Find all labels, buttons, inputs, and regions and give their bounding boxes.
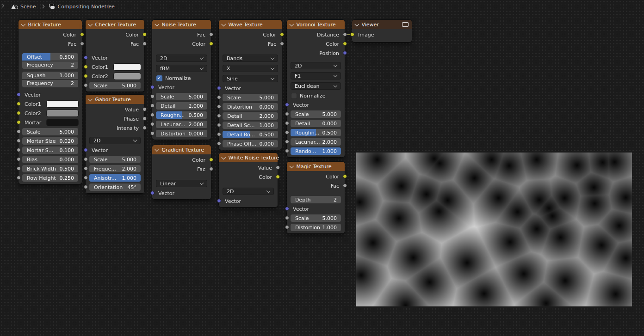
orientation-input-socket[interactable] <box>84 185 88 189</box>
row height-input-socket[interactable] <box>17 176 21 180</box>
anisotr...-input-socket[interactable] <box>84 176 88 180</box>
vector-input-socket[interactable] <box>84 55 88 60</box>
scale-input-socket[interactable] <box>217 95 221 99</box>
2d-dropdown[interactable]: 2D <box>156 55 207 62</box>
detail ro...-input-socket[interactable] <box>217 132 221 136</box>
intensity-output-socket[interactable] <box>142 126 147 130</box>
rando--field[interactable]: Rando...1.000 <box>291 147 341 155</box>
color-output-socket[interactable] <box>343 42 347 46</box>
distortion-input-socket[interactable] <box>150 131 155 135</box>
phase-output-socket[interactable] <box>142 116 147 121</box>
mortar-input-socket[interactable] <box>17 120 21 124</box>
fac-output-socket[interactable] <box>209 167 213 171</box>
collapse-chevron-icon[interactable] <box>155 147 159 151</box>
vector-input-socket[interactable] <box>150 85 155 89</box>
collapse-chevron-icon[interactable] <box>88 22 93 26</box>
node-header-checker-texture[interactable]: Checker Texture <box>86 20 144 29</box>
collapse-chevron-icon[interactable] <box>290 164 294 168</box>
scale-field[interactable]: Scale5.000 <box>223 94 278 101</box>
lacunar--field[interactable]: Lacunar...2.000 <box>156 121 207 128</box>
distortion-field[interactable]: Distortion0.000 <box>156 130 207 137</box>
freque--field[interactable]: Freque...2.000 <box>89 165 141 172</box>
position-output-socket[interactable] <box>343 51 347 55</box>
collapse-chevron-icon[interactable] <box>355 22 359 26</box>
brick-width-field[interactable]: Brick Width0.500 <box>22 165 78 172</box>
color2-color-swatch[interactable] <box>114 73 141 79</box>
2d-dropdown[interactable]: 2D <box>291 62 341 69</box>
orientation-field[interactable]: Orientation45° <box>89 183 141 191</box>
fac-output-socket[interactable] <box>142 42 147 46</box>
node-noise-texture[interactable]: Noise TextureFacColor2DfBM✓NormalizeVect… <box>152 20 211 140</box>
color1-input-socket[interactable] <box>17 102 21 106</box>
roughn--field[interactable]: Roughn...0.500 <box>291 129 341 136</box>
mortar-s--field[interactable]: Mortar S...0.100 <box>22 147 78 154</box>
mortar-size-field[interactable]: Mortar Size0.020 <box>22 137 78 145</box>
brick width-input-socket[interactable] <box>17 166 21 171</box>
fac-output-socket[interactable] <box>280 42 284 46</box>
collapse-chevron-icon[interactable] <box>88 97 93 101</box>
2d-dropdown[interactable]: 2D <box>223 188 274 195</box>
distortion-input-socket[interactable] <box>285 225 289 229</box>
mortar s...-input-socket[interactable] <box>17 148 21 152</box>
sine-dropdown[interactable]: Sine <box>223 75 278 82</box>
row-height-field[interactable]: Row Height0.250 <box>22 174 78 182</box>
freque...-input-socket[interactable] <box>84 166 88 171</box>
scale-field[interactable]: Scale5.000 <box>156 93 207 100</box>
node-header-voronoi-texture[interactable]: Voronoi Texture <box>287 20 345 29</box>
node-header-white-noise-texture[interactable]: White Noise Texture <box>219 153 278 162</box>
node-wave-texture[interactable]: Wave TextureColorFacBandsXSineVectorScal… <box>219 20 282 150</box>
node-checker-texture[interactable]: Checker TextureColorFacVectorColor1Color… <box>86 20 144 92</box>
color1-color-swatch[interactable] <box>47 101 78 107</box>
collapse-chevron-icon[interactable] <box>21 22 25 26</box>
2d-dropdown[interactable]: 2D <box>89 137 141 144</box>
node-voronoi-texture[interactable]: Voronoi TextureDistanceColorPosition2DF1… <box>287 20 345 157</box>
phase-off--field[interactable]: Phase Off...0.000 <box>223 140 278 147</box>
scale-input-socket[interactable] <box>17 129 21 134</box>
normalize-checkbox[interactable] <box>291 93 297 99</box>
detail-field[interactable]: Detail2.000 <box>223 112 278 120</box>
collapse-chevron-icon[interactable] <box>222 22 226 26</box>
detail-ro--field[interactable]: Detail Ro...0.500 <box>223 131 278 138</box>
depth-field[interactable]: Depth2 <box>291 196 341 203</box>
value-output-socket[interactable] <box>276 165 280 170</box>
scale-field[interactable]: Scale5.000 <box>291 110 341 118</box>
node-magic-texture[interactable]: Magic TextureColorFacDepth2VectorScale5.… <box>287 162 345 233</box>
roughn...-input-socket[interactable] <box>285 130 289 134</box>
color-output-socket[interactable] <box>280 32 284 37</box>
detail-input-socket[interactable] <box>217 114 221 118</box>
normalize-checkbox[interactable]: ✓ <box>156 75 162 81</box>
detail-field[interactable]: Detail0.000 <box>291 120 341 127</box>
color1-color-swatch[interactable] <box>114 64 141 70</box>
color-output-socket[interactable] <box>209 42 213 46</box>
node-header-gradient-texture[interactable]: Gradient Texture <box>152 145 211 154</box>
node-header-magic-texture[interactable]: Magic Texture <box>287 162 345 171</box>
scale-input-socket[interactable] <box>84 83 88 87</box>
detail-input-socket[interactable] <box>150 104 155 108</box>
node-header-brick-texture[interactable]: Brick Texture <box>19 20 82 29</box>
value-output-socket[interactable] <box>142 107 147 111</box>
image-input-socket[interactable] <box>350 32 354 37</box>
lacunar--field[interactable]: Lacunar...2.000 <box>291 138 341 146</box>
scale-field[interactable]: Scale5.000 <box>89 82 141 89</box>
node-brick-texture[interactable]: Brick TextureColorFacOffset0.500Frequenc… <box>19 20 82 184</box>
scale-field[interactable]: Scale5.000 <box>291 214 341 222</box>
f1-dropdown[interactable]: F1 <box>291 72 341 79</box>
mortar size-input-socket[interactable] <box>17 139 21 143</box>
frequency-field[interactable]: Frequency2 <box>22 61 78 69</box>
distortion-field[interactable]: Distortion1.000 <box>291 224 341 231</box>
detail-input-socket[interactable] <box>285 121 289 125</box>
node-viewer[interactable]: ViewerImage <box>352 20 412 42</box>
bias-field[interactable]: Bias0.000 <box>22 156 78 163</box>
scale-field[interactable]: Scale5.000 <box>22 128 78 135</box>
node-header-viewer[interactable]: Viewer <box>352 20 412 29</box>
color-output-socket[interactable] <box>209 158 213 162</box>
color-output-socket[interactable] <box>343 174 347 178</box>
scale-input-socket[interactable] <box>84 157 88 161</box>
color2-color-swatch[interactable] <box>47 110 78 116</box>
bands-dropdown[interactable]: Bands <box>223 55 278 62</box>
phase off...-input-socket[interactable] <box>217 141 221 146</box>
anisotr--field[interactable]: Anisotr...1.000 <box>89 174 141 182</box>
detail-field[interactable]: Detail2.000 <box>156 102 207 110</box>
color2-input-socket[interactable] <box>17 111 21 115</box>
squash-field[interactable]: Squash1.000 <box>22 72 78 79</box>
